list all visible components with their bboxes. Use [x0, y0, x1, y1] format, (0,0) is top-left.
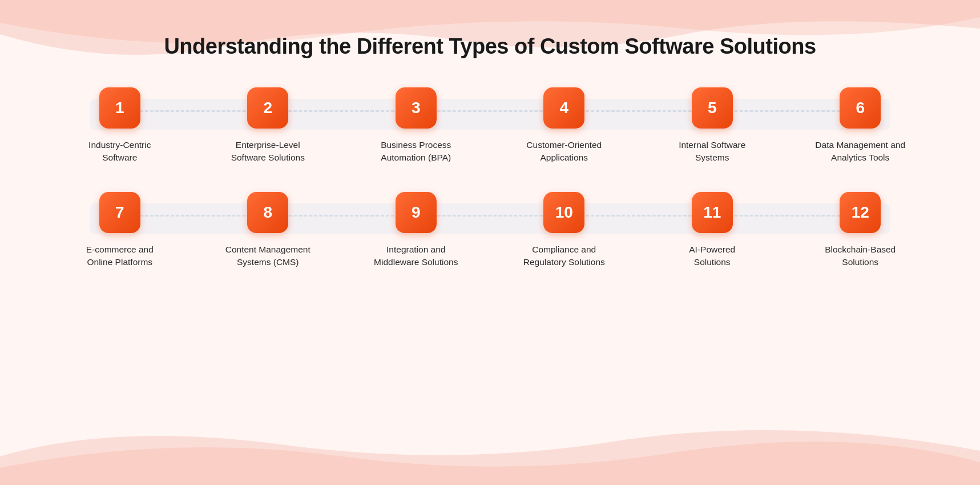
number-badge-7: 7: [99, 192, 140, 233]
item-label-2: Enterprise-LevelSoftware Solutions: [231, 139, 305, 163]
item-3: 3Business ProcessAutomation (BPA): [342, 87, 490, 163]
item-label-7: E-commerce andOnline Platforms: [86, 243, 154, 268]
item-label-8: Content ManagementSystems (CMS): [225, 243, 310, 268]
main-content: Understanding the Different Types of Cus…: [0, 0, 980, 485]
number-badge-5: 5: [692, 87, 733, 129]
item-7: 7E-commerce andOnline Platforms: [46, 192, 193, 268]
item-4: 4Customer-OrientedApplications: [490, 87, 638, 163]
number-badge-6: 6: [840, 87, 881, 129]
row-1: 1Industry-CentricSoftware2Enterprise-Lev…: [46, 87, 934, 163]
number-badge-9: 9: [396, 192, 437, 233]
item-label-11: AI-PoweredSolutions: [689, 243, 735, 268]
item-label-5: Internal SoftwareSystems: [679, 139, 745, 163]
item-10: 10Compliance andRegulatory Solutions: [490, 192, 638, 268]
item-8: 8Content ManagementSystems (CMS): [194, 192, 342, 268]
item-label-1: Industry-CentricSoftware: [88, 139, 151, 163]
page-title: Understanding the Different Types of Cus…: [164, 34, 816, 59]
number-badge-10: 10: [543, 192, 584, 233]
item-11: 11AI-PoweredSolutions: [638, 192, 786, 268]
item-9: 9Integration andMiddleware Solutions: [342, 192, 490, 268]
item-label-10: Compliance andRegulatory Solutions: [523, 243, 605, 268]
item-label-4: Customer-OrientedApplications: [526, 139, 602, 163]
item-2: 2Enterprise-LevelSoftware Solutions: [194, 87, 342, 163]
number-badge-3: 3: [396, 87, 437, 129]
item-label-9: Integration andMiddleware Solutions: [374, 243, 458, 268]
item-label-3: Business ProcessAutomation (BPA): [381, 139, 451, 163]
item-label-12: Blockchain-BasedSolutions: [825, 243, 896, 268]
number-badge-11: 11: [692, 192, 733, 233]
number-badge-1: 1: [99, 87, 140, 129]
items-grid: 1Industry-CentricSoftware2Enterprise-Lev…: [46, 87, 934, 268]
number-badge-2: 2: [247, 87, 288, 129]
item-5: 5Internal SoftwareSystems: [638, 87, 786, 163]
number-badge-8: 8: [247, 192, 288, 233]
row-2: 7E-commerce andOnline Platforms8Content …: [46, 192, 934, 268]
number-badge-4: 4: [543, 87, 584, 129]
item-label-6: Data Management andAnalytics Tools: [815, 139, 905, 163]
item-1: 1Industry-CentricSoftware: [46, 87, 193, 163]
item-12: 12Blockchain-BasedSolutions: [786, 192, 934, 268]
item-6: 6Data Management andAnalytics Tools: [786, 87, 934, 163]
number-badge-12: 12: [840, 192, 881, 233]
